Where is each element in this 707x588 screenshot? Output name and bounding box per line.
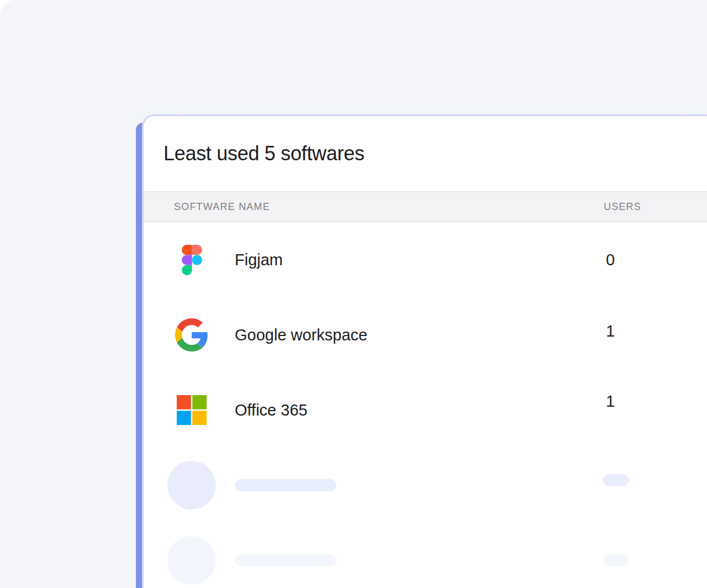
software-name: Figjam [216,251,604,269]
software-users-loading [604,554,707,566]
column-header-software-name: SOFTWARE NAME [174,201,270,213]
table-body: Figjam 0 Google workspace 1 [144,222,707,588]
software-name: Office 365 [216,401,604,419]
skeleton-avatar [167,461,216,510]
figma-icon [182,245,202,275]
table-row[interactable]: Google workspace 1 [144,297,707,372]
software-logo-cell [167,536,216,585]
skeleton-users-pill [603,474,629,486]
table-row[interactable]: Figjam 0 [144,222,707,297]
skeleton-name-bar [235,554,336,566]
software-logo-cell [167,235,216,284]
skeleton-avatar [167,536,216,585]
table-header: SOFTWARE NAME USERS [144,191,707,222]
software-users-loading [604,479,707,491]
software-users-count: 1 [604,322,707,340]
software-users-count: 0 [604,251,707,269]
software-logo-cell [167,461,216,510]
table-row-loading [144,448,707,523]
software-logo-cell [167,386,216,434]
google-icon [175,318,208,351]
software-name-loading [216,554,604,566]
table-row-loading [144,523,707,588]
least-used-softwares-card: Least used 5 softwares SOFTWARE NAME USE… [142,114,707,588]
table-row[interactable]: Office 365 1 [144,372,707,448]
software-logo-cell [167,311,216,359]
software-users-count: 1 [604,392,707,411]
column-header-users: USERS [604,201,641,213]
dashboard-background: Least used 5 softwares SOFTWARE NAME USE… [0,0,707,588]
skeleton-users-pill [603,554,629,566]
software-name-loading [216,479,604,491]
card-title: Least used 5 softwares [163,116,365,191]
software-name: Google workspace [216,326,604,344]
skeleton-name-bar [235,479,336,491]
microsoft-icon [177,395,207,425]
